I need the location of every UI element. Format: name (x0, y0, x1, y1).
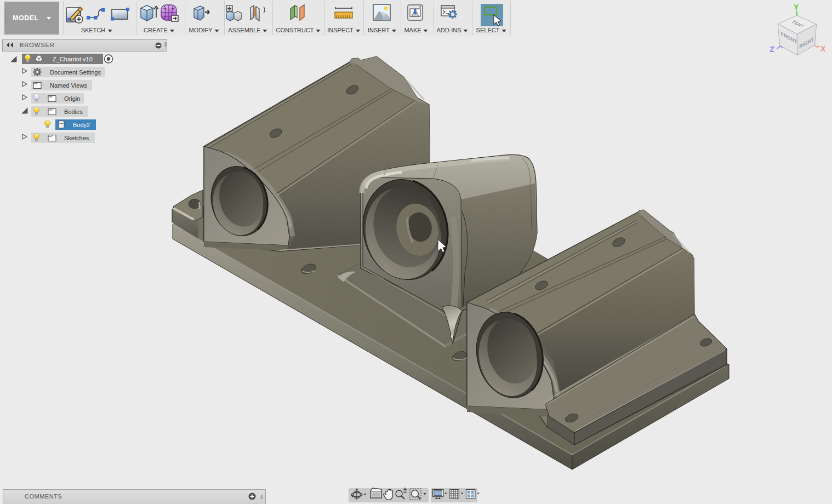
svg-text:Y: Y (794, 3, 799, 12)
svg-text:Z: Z (770, 44, 774, 54)
svg-text:X: X (820, 44, 826, 53)
svg-text:‖: ‖ (260, 494, 263, 500)
